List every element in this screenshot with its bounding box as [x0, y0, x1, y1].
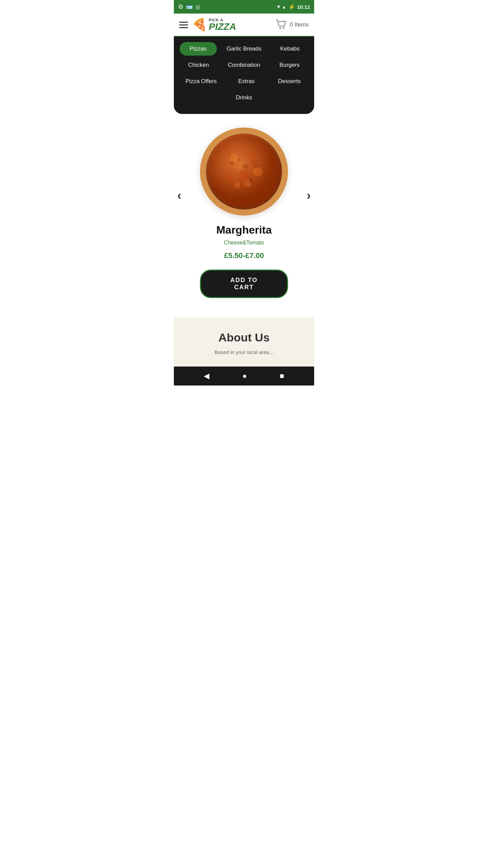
header: 🍕 PICK A PIZZA 0 Items: [174, 14, 314, 37]
logo-pizza: PIZZA: [209, 22, 236, 32]
nav-row-4: Drinks: [177, 91, 311, 104]
svg-point-6: [230, 154, 238, 162]
status-bar: 🪪 ◎ ▾ ▲ ⚡ 10:11: [174, 0, 314, 14]
product-description: Cheese&Tomato: [224, 240, 264, 246]
product-name: Margherita: [216, 224, 272, 236]
nav-item-chicken[interactable]: Chicken: [180, 58, 217, 72]
settings-icon: [178, 3, 183, 11]
svg-point-14: [239, 170, 249, 180]
about-text: Based in your local area...: [181, 348, 307, 356]
hamburger-line-3: [179, 27, 188, 28]
nav-menu: Pizzas Garlic Breads Kebabs Chicken Comb…: [174, 37, 314, 114]
nav-row-3: Pizza Offers Extras Desserts: [177, 75, 311, 88]
cart-item-count: 0 Items: [290, 21, 309, 28]
add-to-cart-button[interactable]: ADD TO CART: [200, 270, 288, 298]
id-icon: 🪪: [186, 4, 193, 10]
hamburger-line-2: [179, 24, 188, 25]
circle-icon: ◎: [196, 4, 200, 10]
nav-item-combination[interactable]: Combination: [222, 58, 265, 72]
battery-icon: ⚡: [288, 4, 295, 10]
nav-item-drinks[interactable]: Drinks: [225, 91, 263, 104]
svg-point-20: [243, 164, 248, 169]
recent-button[interactable]: ■: [280, 372, 284, 380]
pizza-svg: [200, 127, 288, 216]
svg-point-15: [235, 182, 240, 188]
svg-point-8: [253, 167, 262, 176]
product-price: £5.50-£7.00: [224, 251, 264, 260]
product-section: ‹ ›: [174, 114, 314, 317]
nav-item-pizzas[interactable]: Pizzas: [180, 42, 217, 56]
time-display: 10:11: [297, 4, 310, 10]
status-right-icons: ▾ ▲ ⚡ 10:11: [277, 4, 310, 10]
svg-point-12: [252, 159, 257, 164]
carousel-next-button[interactable]: ›: [307, 189, 311, 203]
signal-icon: ▲: [282, 4, 286, 9]
svg-point-0: [280, 27, 281, 29]
cart-area[interactable]: 0 Items: [276, 19, 309, 31]
about-section: About Us Based in your local area...: [174, 317, 314, 367]
product-image: [200, 127, 288, 216]
logo-text: PICK A PIZZA: [209, 18, 236, 32]
nav-row-2: Chicken Combination Burgers: [177, 58, 311, 72]
svg-point-9: [227, 175, 234, 182]
logo-icon: 🍕: [192, 18, 207, 32]
logo: 🍕 PICK A PIZZA: [192, 18, 236, 32]
about-title: About Us: [181, 331, 307, 344]
hamburger-menu[interactable]: [179, 22, 188, 28]
nav-item-kebabs[interactable]: Kebabs: [271, 42, 308, 56]
svg-point-18: [254, 165, 258, 168]
svg-point-11: [236, 165, 242, 171]
svg-point-17: [249, 178, 253, 182]
svg-point-16: [230, 161, 234, 165]
status-left-icons: 🪪 ◎: [178, 3, 200, 11]
svg-point-7: [249, 152, 256, 158]
wifi-icon: ▾: [277, 4, 280, 10]
header-left: 🍕 PICK A PIZZA: [179, 18, 236, 32]
home-button[interactable]: ●: [242, 372, 247, 380]
carousel-prev-button[interactable]: ‹: [177, 189, 181, 203]
nav-item-garlic-breads[interactable]: Garlic Breads: [221, 42, 267, 56]
cart-icon: [276, 19, 288, 31]
svg-point-19: [238, 158, 240, 161]
back-button[interactable]: ◀: [204, 372, 209, 380]
nav-item-extras[interactable]: Extras: [228, 75, 265, 88]
bottom-nav: ◀ ● ■: [174, 367, 314, 386]
svg-point-13: [224, 163, 230, 170]
hamburger-line-1: [179, 22, 188, 23]
svg-point-1: [283, 27, 285, 29]
nav-item-burgers[interactable]: Burgers: [271, 58, 308, 72]
nav-item-desserts[interactable]: Desserts: [271, 75, 308, 88]
nav-row-1: Pizzas Garlic Breads Kebabs: [177, 42, 311, 56]
nav-item-pizza-offers[interactable]: Pizza Offers: [180, 75, 222, 88]
